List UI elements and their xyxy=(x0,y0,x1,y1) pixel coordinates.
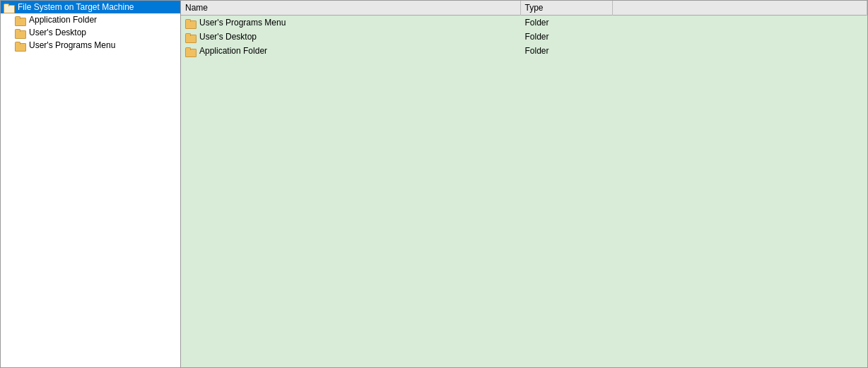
row-folder-icon xyxy=(185,32,197,42)
table-cell-name: User's Desktop xyxy=(181,30,520,44)
row-folder-icon xyxy=(185,46,197,56)
tree-child-label-application: Application Folder xyxy=(29,15,97,25)
table-cell-name: Application Folder xyxy=(181,44,520,58)
table-row[interactable]: Application FolderFolder xyxy=(181,44,867,58)
main-container: File System on Target Machine Applicatio… xyxy=(0,0,868,368)
column-header-type[interactable]: Type xyxy=(520,1,612,16)
tree-root-label: File System on Target Machine xyxy=(18,2,134,12)
row-folder-icon xyxy=(185,18,197,28)
tree-child-label-desktop: User's Desktop xyxy=(29,28,86,37)
table-cell-extra xyxy=(612,30,867,44)
tree-child-label-programs: User's Programs Menu xyxy=(29,40,115,50)
table-cell-type: Folder xyxy=(520,16,612,30)
tree-panel: File System on Target Machine Applicatio… xyxy=(1,1,181,367)
folder-icon-desktop xyxy=(15,28,26,37)
folder-icon-application xyxy=(15,15,26,25)
row-name-label: User's Desktop xyxy=(199,32,257,42)
table-cell-name: User's Programs Menu xyxy=(181,16,520,30)
root-folder-icon xyxy=(4,2,15,12)
table-row[interactable]: User's Programs MenuFolder xyxy=(181,16,867,30)
tree-child-application-folder[interactable]: Application Folder xyxy=(1,13,180,26)
file-table: Name Type User's Programs MenuFolderUser… xyxy=(181,1,867,58)
table-cell-extra xyxy=(612,16,867,30)
column-header-extra xyxy=(612,1,867,16)
column-header-name[interactable]: Name xyxy=(181,1,520,16)
table-row[interactable]: User's DesktopFolder xyxy=(181,30,867,44)
table-header-row: Name Type xyxy=(181,1,867,16)
table-cell-extra xyxy=(612,44,867,58)
table-cell-type: Folder xyxy=(520,30,612,44)
tree-child-users-desktop[interactable]: User's Desktop xyxy=(1,26,180,39)
row-name-label: Application Folder xyxy=(199,46,267,56)
folder-icon-programs xyxy=(15,40,26,50)
file-panel: Name Type User's Programs MenuFolderUser… xyxy=(181,1,867,367)
tree-root-item[interactable]: File System on Target Machine xyxy=(1,1,180,13)
tree-child-programs-menu[interactable]: User's Programs Menu xyxy=(1,39,180,52)
table-cell-type: Folder xyxy=(520,44,612,58)
row-name-label: User's Programs Menu xyxy=(199,18,286,28)
